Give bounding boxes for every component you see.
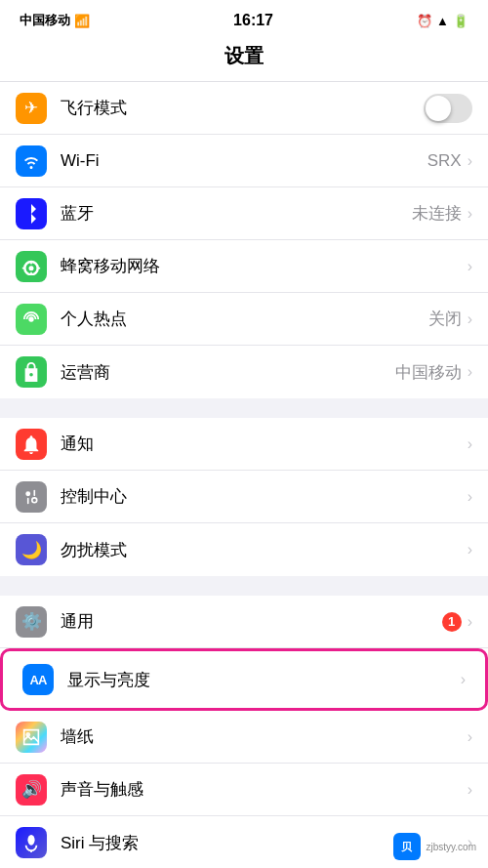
settings-list: ✈ 飞行模式 Wi-Fi SRX › 蓝牙 未连接 › [0,82,488,868]
general-chevron: › [468,613,472,631]
control-center-label: 控制中心 [61,485,468,508]
location-icon: ▲ [436,14,449,28]
carrier-value: 中国移动 [395,361,462,384]
notifications-label: 通知 [61,433,468,455]
carrier-label: 运营商 [61,361,395,384]
status-right: ⏰ ▲ 🔋 [417,14,468,28]
display-label: 显示与亮度 [67,669,461,691]
cellular-icon [16,251,47,282]
row-wallpaper[interactable]: 墙纸 › [0,711,488,764]
row-general[interactable]: ⚙️ 通用 1 › [0,596,488,648]
bluetooth-label: 蓝牙 [61,202,412,225]
page-title: 设置 [0,37,488,82]
carrier-chevron: › [468,363,472,381]
hotspot-value: 关闭 [428,308,462,330]
bluetooth-value: 未连接 [412,202,462,225]
section-network: ✈ 飞行模式 Wi-Fi SRX › 蓝牙 未连接 › [0,82,488,398]
notifications-chevron: › [468,435,472,453]
svg-rect-6 [33,489,35,496]
row-do-not-disturb[interactable]: 🌙 勿扰模式 › [0,523,488,576]
row-cellular[interactable]: 蜂窝移动网络 › [0,240,488,293]
control-center-chevron: › [468,488,472,506]
status-time: 16:17 [233,12,273,29]
notifications-icon [16,429,47,460]
svg-point-8 [27,835,34,846]
cellular-chevron: › [468,258,472,275]
alarm-icon: ⏰ [417,14,432,28]
bluetooth-chevron: › [468,205,472,223]
wallpaper-icon [16,722,47,753]
airplane-label: 飞行模式 [61,97,416,119]
row-notifications[interactable]: 通知 › [0,418,488,471]
row-display[interactable]: AA 显示与亮度 › [7,653,481,706]
hotspot-chevron: › [468,310,472,328]
status-bar: 中国移动 📶 16:17 ⏰ ▲ 🔋 [0,0,488,37]
section-notifications: 通知 › 控制中心 › 🌙 勿扰模式 › [0,418,488,576]
carrier-text: 中国移动 [20,12,70,29]
sound-label: 声音与触感 [61,778,468,801]
svg-point-2 [28,316,33,321]
wifi-icon: 📶 [74,14,90,28]
row-wifi[interactable]: Wi-Fi SRX › [0,135,488,187]
carrier-icon [16,356,47,388]
display-chevron: › [461,671,466,688]
highlighted-display-row-wrapper: AA 显示与亮度 › [0,648,488,711]
wallpaper-label: 墙纸 [61,725,468,748]
row-airplane[interactable]: ✈ 飞行模式 [0,82,488,135]
svg-rect-5 [27,497,29,504]
wifi-settings-icon [16,145,47,177]
battery-icon: 🔋 [453,14,468,28]
svg-point-3 [25,491,30,496]
general-label: 通用 [61,610,442,633]
row-control-center[interactable]: 控制中心 › [0,471,488,523]
sound-chevron: › [468,781,472,799]
cellular-label: 蜂窝移动网络 [61,255,468,277]
status-left: 中国移动 📶 [20,12,90,29]
control-center-icon [16,481,47,513]
airplane-toggle[interactable] [424,94,472,123]
row-carrier[interactable]: 运营商 中国移动 › [0,346,488,398]
do-not-disturb-label: 勿扰模式 [61,539,468,561]
hotspot-label: 个人热点 [61,308,428,330]
do-not-disturb-icon: 🌙 [16,534,47,565]
watermark-url: zjbstyy.com [427,842,477,852]
display-icon: AA [22,664,54,695]
sound-icon: 🔊 [16,774,47,806]
siri-icon [16,827,47,858]
wifi-chevron: › [468,152,472,170]
general-badge: 1 [442,612,462,632]
bluetooth-icon [16,198,47,229]
wifi-label: Wi-Fi [61,151,427,171]
watermark: 贝 zjbstyy.com [393,833,477,860]
wifi-value: SRX [427,151,462,171]
section-system: ⚙️ 通用 1 › AA 显示与亮度 › 墙纸 › [0,596,488,868]
general-icon: ⚙️ [16,606,47,638]
row-hotspot[interactable]: 个人热点 关闭 › [0,293,488,346]
watermark-logo: 贝 [393,833,421,860]
svg-point-1 [29,266,34,270]
svg-point-4 [32,497,37,502]
do-not-disturb-chevron: › [468,541,472,558]
gap-2 [0,576,488,596]
gap-1 [0,398,488,418]
wallpaper-chevron: › [468,728,472,746]
airplane-icon: ✈ [16,93,47,124]
hotspot-icon [16,304,47,335]
row-sound[interactable]: 🔊 声音与触感 › [0,764,488,816]
row-bluetooth[interactable]: 蓝牙 未连接 › [0,187,488,240]
